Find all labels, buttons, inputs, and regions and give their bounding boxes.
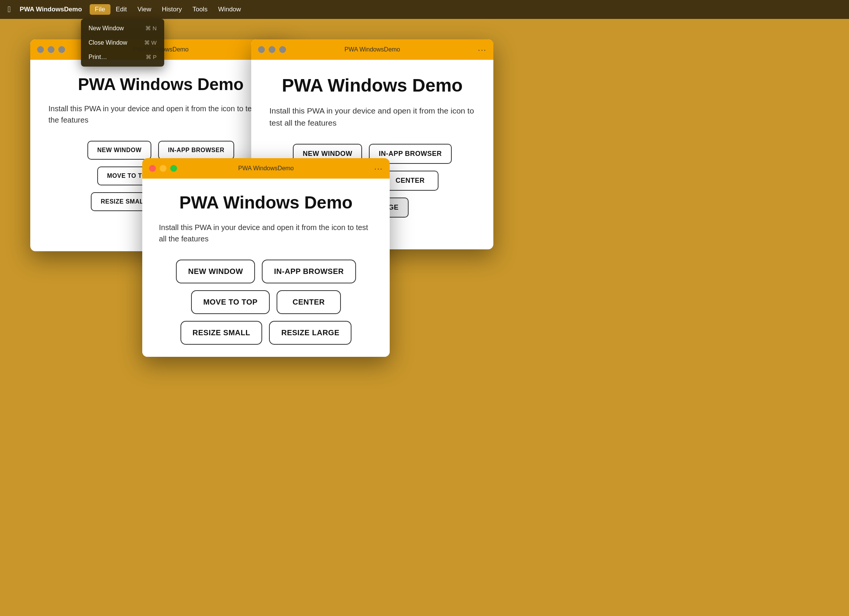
menu-print[interactable]: Print… ⌘ P bbox=[81, 50, 164, 64]
apple-menu-icon[interactable]:  bbox=[8, 5, 11, 14]
titlebar-dots-3[interactable]: ··· bbox=[374, 164, 383, 173]
window3-row2: MOVE TO TOP CENTER bbox=[191, 290, 341, 314]
window1-row1: NEW WINDOW IN-APP BROWSER bbox=[87, 141, 234, 160]
window3-row1: NEW WINDOW IN-APP BROWSER bbox=[176, 260, 356, 283]
window2-btn-center[interactable]: CENTER bbox=[382, 171, 438, 191]
print-label: Print… bbox=[89, 54, 107, 61]
menu-history[interactable]: History bbox=[157, 4, 187, 15]
tl-yellow-3 bbox=[160, 165, 166, 172]
traffic-lights-1 bbox=[37, 46, 65, 53]
menu-view[interactable]: View bbox=[132, 4, 157, 15]
window3-btn-resize-large[interactable]: RESIZE LARGE bbox=[269, 321, 351, 345]
window3-buttons: NEW WINDOW IN-APP BROWSER MOVE TO TOP CE… bbox=[159, 260, 373, 345]
window3-btn-center[interactable]: CENTER bbox=[277, 290, 341, 314]
close-window-label: Close Window bbox=[89, 39, 127, 46]
tl-yellow-2 bbox=[269, 46, 275, 53]
window2-subtitle: Install this PWA in your device and open… bbox=[269, 105, 475, 129]
titlebar-title-2: PWA WindowsDemo bbox=[345, 46, 400, 53]
window2-app-title: PWA Windows Demo bbox=[269, 75, 475, 96]
menu-window[interactable]: Window bbox=[213, 4, 246, 15]
new-window-shortcut: ⌘ N bbox=[145, 25, 157, 32]
tl-green-3 bbox=[170, 165, 177, 172]
window3-content: PWA Windows Demo Install this PWA in you… bbox=[142, 179, 390, 357]
window1-btn-inapp-browser[interactable]: IN-APP BROWSER bbox=[158, 141, 234, 160]
app-name-label: PWA WindowsDemo bbox=[20, 6, 82, 13]
pwa-window-3: PWA WindowsDemo ··· PWA Windows Demo Ins… bbox=[142, 158, 390, 357]
menu-close-window[interactable]: Close Window ⌘ W bbox=[81, 36, 164, 50]
traffic-lights-2 bbox=[258, 46, 286, 53]
close-window-shortcut: ⌘ W bbox=[144, 39, 157, 46]
window3-btn-resize-small[interactable]: RESIZE SMALL bbox=[180, 321, 263, 345]
menu-new-window[interactable]: New Window ⌘ N bbox=[81, 21, 164, 36]
titlebar-2: PWA WindowsDemo ··· bbox=[251, 39, 493, 60]
menu-tools[interactable]: Tools bbox=[187, 4, 213, 15]
tl-green-1 bbox=[58, 46, 65, 53]
menu-edit[interactable]: Edit bbox=[110, 4, 132, 15]
tl-red-3 bbox=[149, 165, 156, 172]
file-dropdown-menu: New Window ⌘ N Close Window ⌘ W Print… ⌘… bbox=[81, 19, 164, 67]
window1-app-title: PWA Windows Demo bbox=[48, 75, 273, 94]
menubar:  PWA WindowsDemo File Edit View History… bbox=[0, 0, 849, 19]
titlebar-title-3: PWA WindowsDemo bbox=[238, 165, 294, 172]
window1-btn-new-window[interactable]: NEW WINDOW bbox=[87, 141, 151, 160]
menu-file[interactable]: File bbox=[90, 4, 110, 15]
window3-btn-inapp-browser[interactable]: IN-APP BROWSER bbox=[262, 260, 356, 283]
window3-app-title: PWA Windows Demo bbox=[159, 192, 373, 213]
new-window-label: New Window bbox=[89, 25, 124, 32]
tl-yellow-1 bbox=[48, 46, 54, 53]
window3-subtitle: Install this PWA in your device and open… bbox=[159, 222, 373, 244]
print-shortcut: ⌘ P bbox=[146, 54, 157, 61]
tl-red-2 bbox=[258, 46, 265, 53]
tl-green-2 bbox=[279, 46, 286, 53]
tl-red-1 bbox=[37, 46, 44, 53]
traffic-lights-3 bbox=[149, 165, 177, 172]
titlebar-3: PWA WindowsDemo ··· bbox=[142, 158, 390, 179]
window3-row3: RESIZE SMALL RESIZE LARGE bbox=[180, 321, 351, 345]
titlebar-dots-2[interactable]: ··· bbox=[478, 45, 487, 54]
window1-subtitle: Install this PWA in your device and open… bbox=[48, 103, 273, 126]
window3-btn-new-window[interactable]: NEW WINDOW bbox=[176, 260, 255, 283]
window3-btn-move-top[interactable]: MOVE TO TOP bbox=[191, 290, 270, 314]
